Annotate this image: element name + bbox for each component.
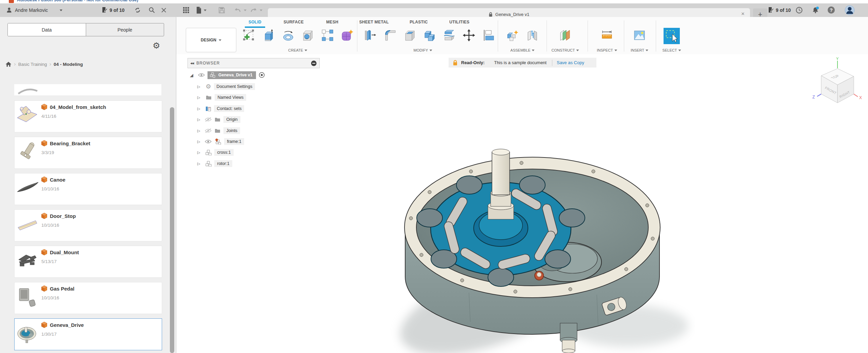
notifications-bell-icon[interactable] xyxy=(812,6,819,14)
tree-node[interactable]: ▷ ⚙ Document Settings xyxy=(197,82,255,91)
user-avatar[interactable] xyxy=(845,5,855,15)
collapse-icon[interactable]: ◀◀ xyxy=(190,62,194,65)
tree-node-label[interactable]: Named Views xyxy=(215,94,246,101)
tab-data[interactable]: Data xyxy=(8,23,86,36)
breadcrumb-project[interactable]: Basic Training xyxy=(18,62,47,67)
group-assemble-caret-icon[interactable] xyxy=(532,50,535,51)
tree-node[interactable]: ▷ Named Views xyxy=(197,93,246,102)
align-icon[interactable] xyxy=(482,29,495,41)
group-select-caret-icon[interactable] xyxy=(678,50,681,51)
app-grid-icon[interactable] xyxy=(183,7,189,13)
group-insert-caret-icon[interactable] xyxy=(646,50,648,51)
group-construct-label[interactable]: CONSTRUCT xyxy=(551,48,575,52)
project-card-selected[interactable]: Geneva_Drive 1/30/17 xyxy=(14,318,162,350)
breadcrumb-folder[interactable]: 04 - Modeling xyxy=(54,62,83,67)
project-card[interactable]: 04_Model_from_sketch 4/11/16 xyxy=(14,100,162,132)
tree-node-label[interactable]: frame:1 xyxy=(224,138,244,145)
ribbon-tab-utilities[interactable]: UTILITIES xyxy=(449,20,469,24)
user-menu-caret-icon[interactable] xyxy=(60,10,62,11)
shell-icon[interactable] xyxy=(404,29,416,41)
expand-arrow-icon[interactable]: ▷ xyxy=(197,140,200,144)
tab-people[interactable]: People xyxy=(86,23,164,36)
home-icon[interactable] xyxy=(5,61,12,67)
save-as-copy-link[interactable]: Save as Copy xyxy=(557,60,584,65)
tree-node[interactable]: ▷ frame:1 xyxy=(197,137,244,146)
ribbon-tab-mesh[interactable]: MESH xyxy=(326,20,338,24)
file-menu-icon[interactable] xyxy=(196,6,202,14)
hole-icon[interactable] xyxy=(302,29,314,41)
select-tool-icon[interactable] xyxy=(664,28,680,44)
project-card[interactable]: Door_Stop 10/10/16 xyxy=(14,209,162,241)
group-insert-label[interactable]: INSERT xyxy=(631,48,644,52)
project-card-partial[interactable] xyxy=(14,84,161,95)
activate-component-radio[interactable] xyxy=(259,72,265,78)
create-sketch-icon[interactable] xyxy=(243,29,255,41)
search-icon[interactable] xyxy=(149,7,155,14)
group-select-label[interactable]: SELECT xyxy=(663,48,677,52)
fillet-icon[interactable] xyxy=(384,29,396,41)
group-create-caret-icon[interactable] xyxy=(304,50,307,51)
model-geneva-drive[interactable] xyxy=(390,136,695,353)
revolve-icon[interactable] xyxy=(282,29,294,41)
tree-node-label[interactable]: Joints xyxy=(223,127,240,134)
split-body-icon[interactable] xyxy=(443,29,455,41)
tree-node[interactable]: ▷ rotor:1 xyxy=(197,159,232,168)
measure-icon[interactable] xyxy=(601,29,613,41)
redo-caret-icon[interactable] xyxy=(260,10,262,11)
expand-arrow-icon[interactable]: ▷ xyxy=(197,107,200,111)
visibility-eye-off-icon[interactable] xyxy=(205,128,212,133)
expand-arrow-icon[interactable]: ▷ xyxy=(197,95,200,100)
tree-node[interactable]: ▷ Origin xyxy=(197,115,240,124)
save-icon[interactable] xyxy=(218,7,225,14)
ribbon-tab-surface[interactable]: SURFACE xyxy=(283,20,303,24)
refresh-icon[interactable] xyxy=(134,7,141,14)
tree-node[interactable]: ▷ Joints xyxy=(197,126,240,135)
group-assemble-label[interactable]: ASSEMBLE xyxy=(510,48,530,52)
tree-node-label[interactable]: Origin xyxy=(223,116,240,123)
visibility-eye-icon[interactable] xyxy=(198,73,205,77)
project-card[interactable]: Bearing_Bracket 3/3/19 xyxy=(14,137,162,169)
visibility-eye-off-icon[interactable] xyxy=(205,117,212,122)
job-status-clock-icon[interactable] xyxy=(795,6,803,14)
design-workspace-menu[interactable]: DESIGN xyxy=(186,28,236,52)
group-construct-caret-icon[interactable] xyxy=(576,50,579,51)
construct-plane-icon[interactable] xyxy=(559,29,571,41)
view-cube[interactable]: Y TOP FRONT RIGHT Z X xyxy=(807,56,868,109)
tab-close-icon[interactable]: × xyxy=(741,11,745,17)
group-modify-label[interactable]: MODIFY xyxy=(414,48,428,52)
expand-arrow-icon[interactable]: ▷ xyxy=(197,150,200,155)
group-modify-caret-icon[interactable] xyxy=(429,50,432,51)
tree-node[interactable]: ▷ cross:1 xyxy=(197,148,234,157)
ribbon-tab-sheet-metal[interactable]: SHEET METAL xyxy=(359,20,389,24)
combine-icon[interactable] xyxy=(423,29,436,41)
press-pull-icon[interactable] xyxy=(364,29,377,41)
group-create-label[interactable]: CREATE xyxy=(288,48,303,52)
expand-arrow-icon[interactable]: ▷ xyxy=(197,129,200,133)
visibility-eye-icon[interactable] xyxy=(205,140,212,144)
ribbon-tab-solid[interactable]: SOLID xyxy=(249,20,261,24)
tree-node[interactable]: ▷ Contact: sets xyxy=(197,104,244,113)
undo-icon[interactable] xyxy=(234,7,241,13)
group-inspect-caret-icon[interactable] xyxy=(614,50,617,51)
redo-icon[interactable] xyxy=(250,7,257,13)
move-icon[interactable] xyxy=(463,29,475,41)
joint-icon[interactable] xyxy=(526,29,538,41)
tree-node-label[interactable]: cross:1 xyxy=(214,149,233,156)
help-icon[interactable]: ? xyxy=(828,6,835,14)
group-inspect-label[interactable]: INSPECT xyxy=(597,48,613,52)
ribbon-tab-plastic[interactable]: PLASTIC xyxy=(410,20,428,24)
close-panel-icon[interactable] xyxy=(161,7,167,13)
root-expand-icon[interactable]: ◢ xyxy=(190,73,193,78)
create-form-icon[interactable] xyxy=(341,29,353,41)
file-menu-caret-icon[interactable] xyxy=(204,10,206,11)
pattern-icon[interactable] xyxy=(321,29,334,41)
project-card[interactable]: Canoe 10/10/16 xyxy=(14,173,162,205)
tree-node-label[interactable]: Contact: sets xyxy=(214,105,244,112)
user-menu[interactable]: Andre Markovic xyxy=(15,7,48,13)
new-component-icon[interactable] xyxy=(507,29,519,41)
project-card[interactable]: Dual_Mount 5/13/17 xyxy=(14,246,162,278)
browser-display-settings-icon[interactable] xyxy=(311,60,317,66)
settings-gear-icon[interactable]: ⚙ xyxy=(153,41,160,51)
extrude-icon[interactable] xyxy=(262,29,275,41)
tree-node-label[interactable]: rotor:1 xyxy=(214,160,232,167)
